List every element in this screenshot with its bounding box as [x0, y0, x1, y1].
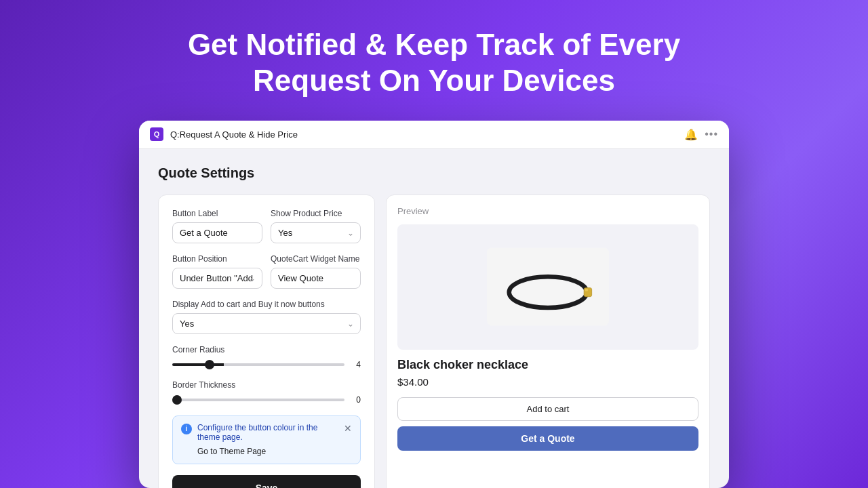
- go-to-theme-link[interactable]: Go to Theme Page: [197, 447, 266, 456]
- product-name: Black choker necklace: [397, 358, 698, 372]
- svg-rect-3: [585, 289, 588, 291]
- border-thickness-slider[interactable]: [172, 399, 344, 401]
- button-position-select-wrapper: Under Button "Add to Ca... Above Button …: [172, 268, 262, 289]
- bell-icon[interactable]: 🔔: [684, 128, 698, 141]
- app-title: Q:Request A Quote & Hide Price: [170, 129, 677, 140]
- necklace-svg: [487, 246, 609, 327]
- save-button[interactable]: Save: [172, 475, 361, 488]
- show-price-select-wrapper: Yes No: [271, 222, 361, 243]
- page-title: Quote Settings: [158, 165, 710, 181]
- show-price-group: Show Product Price Yes No: [271, 209, 361, 243]
- corner-radius-group: Corner Radius 4: [172, 345, 361, 369]
- button-label-input[interactable]: [172, 222, 262, 243]
- info-content: Configure the button colour in the theme…: [197, 423, 338, 457]
- more-options-icon[interactable]: •••: [705, 128, 718, 140]
- corner-radius-value: 4: [351, 360, 361, 369]
- display-buttons-select-wrapper: Yes No: [172, 313, 361, 334]
- info-banner: i Configure the button colour in the the…: [172, 415, 361, 464]
- preview-label: Preview: [397, 206, 698, 216]
- title-bar-actions: 🔔 •••: [684, 128, 718, 141]
- corner-radius-slider-container: 4: [172, 360, 361, 369]
- button-position-label: Button Position: [172, 254, 262, 264]
- quotecart-widget-input[interactable]: [271, 268, 361, 289]
- button-position-group: Button Position Under Button "Add to Ca.…: [172, 254, 262, 289]
- display-buttons-group: Display Add to cart and Buy it now butto…: [172, 300, 361, 334]
- info-text: Configure the button colour in the theme…: [197, 423, 338, 442]
- add-to-cart-button[interactable]: Add to cart: [397, 397, 698, 421]
- get-quote-button[interactable]: Get a Quote: [397, 426, 698, 451]
- button-label-group: Button Label: [172, 209, 262, 243]
- form-row-1: Button Label Show Product Price Yes No: [172, 209, 361, 243]
- hero-title: Get Notified & Keep Track of Every Reque…: [188, 27, 680, 99]
- corner-radius-label: Corner Radius: [172, 345, 361, 354]
- border-thickness-label: Border Thickness: [172, 380, 361, 390]
- svg-rect-0: [487, 248, 609, 326]
- display-buttons-select[interactable]: Yes No: [172, 313, 361, 334]
- display-buttons-label: Display Add to cart and Buy it now butto…: [172, 300, 361, 309]
- svg-rect-2: [584, 288, 591, 297]
- info-close-icon[interactable]: ✕: [344, 423, 352, 434]
- show-price-select[interactable]: Yes No: [271, 222, 361, 243]
- border-thickness-group: Border Thickness 0: [172, 380, 361, 405]
- info-icon: i: [181, 424, 192, 434]
- show-price-label: Show Product Price: [271, 209, 361, 218]
- border-thickness-slider-container: 0: [172, 395, 361, 405]
- form-row-2: Button Position Under Button "Add to Ca.…: [172, 254, 361, 289]
- quotecart-widget-label: QuoteCart Widget Name: [271, 254, 361, 264]
- button-label-label: Button Label: [172, 209, 262, 218]
- product-image: [397, 224, 698, 350]
- border-thickness-value: 0: [351, 395, 361, 405]
- app-window: Q Q:Request A Quote & Hide Price 🔔 ••• Q…: [139, 121, 729, 488]
- product-price: $34.00: [397, 376, 698, 388]
- settings-panel: Button Label Show Product Price Yes No: [158, 195, 375, 488]
- preview-panel: Preview Black choker necklace $: [386, 195, 710, 488]
- corner-radius-slider[interactable]: [172, 363, 344, 366]
- button-position-select[interactable]: Under Button "Add to Ca... Above Button …: [172, 268, 262, 289]
- title-bar: Q Q:Request A Quote & Hide Price 🔔 •••: [139, 121, 729, 149]
- columns-layout: Button Label Show Product Price Yes No: [158, 195, 710, 488]
- app-icon: Q: [150, 127, 163, 141]
- main-content: Quote Settings Button Label Show Product…: [139, 149, 729, 488]
- quotecart-widget-group: QuoteCart Widget Name: [271, 254, 361, 289]
